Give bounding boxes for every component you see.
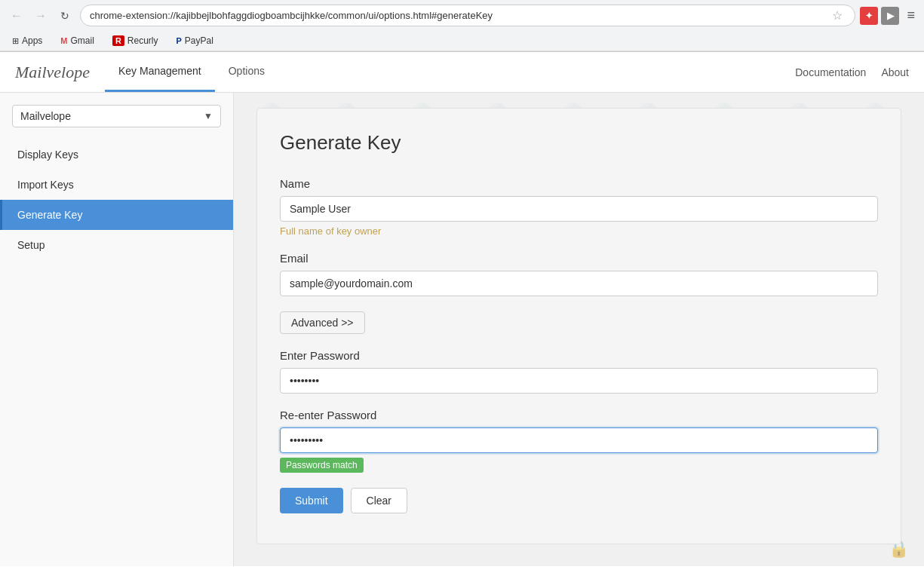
email-field-group: Email	[280, 252, 878, 296]
nav-documentation[interactable]: Documentation	[795, 66, 866, 78]
gmail-icon: M	[60, 36, 67, 45]
back-button[interactable]: ←	[6, 5, 27, 26]
name-label: Name	[280, 177, 878, 190]
nav-options[interactable]: Options	[215, 52, 278, 92]
extension-icons: ✦ ▶	[860, 7, 899, 25]
bookmarks-bar: ⊞ Apps M Gmail R Recurly P PayPal	[0, 31, 924, 51]
advanced-button[interactable]: Advanced >>	[280, 311, 365, 334]
browser-toolbar: ← → ↻ chrome-extension://kajibbejlbohfag…	[0, 0, 924, 31]
app-nav-right: Documentation About	[795, 66, 909, 78]
bookmark-paypal[interactable]: P PayPal	[172, 34, 218, 47]
recurly-icon: R	[112, 35, 124, 46]
clear-button[interactable]: Clear	[351, 488, 407, 513]
sidebar-dropdown-text: Mailvelope	[20, 110, 71, 122]
paypal-icon: P	[177, 36, 182, 45]
extension-icon-gray[interactable]: ▶	[881, 7, 899, 25]
bookmark-star-icon[interactable]: ☆	[829, 8, 846, 23]
generate-key-form: Generate Key Name Full name of key owner…	[256, 108, 901, 544]
app-logo: Mailvelope	[15, 63, 90, 82]
submit-button[interactable]: Submit	[280, 488, 343, 513]
reenter-password-label: Re-enter Password	[280, 409, 878, 421]
name-input[interactable]	[280, 196, 878, 222]
page-title: Generate Key	[280, 131, 878, 155]
forward-button[interactable]: →	[30, 5, 51, 26]
name-field-group: Name Full name of key owner	[280, 177, 878, 237]
sidebar: Mailvelope ▼ Display Keys Import Keys Ge…	[0, 93, 234, 566]
app-nav-links: Key Management Options	[105, 52, 278, 92]
sidebar-item-import-keys[interactable]: Import Keys	[0, 170, 233, 200]
app-nav: Mailvelope Key Management Options Docume…	[0, 52, 924, 93]
nav-about[interactable]: About	[881, 66, 909, 78]
email-label: Email	[280, 252, 878, 265]
password-label: Enter Password	[280, 349, 878, 362]
reload-button[interactable]: ↻	[54, 5, 75, 26]
form-actions: Submit Clear	[280, 488, 878, 513]
bookmark-apps-label: Apps	[22, 35, 42, 46]
bookmark-gmail[interactable]: M Gmail	[56, 34, 99, 47]
sidebar-dropdown[interactable]: Mailvelope ▼	[12, 105, 221, 127]
apps-icon: ⊞	[12, 36, 19, 46]
bookmark-paypal-label: PayPal	[185, 35, 213, 46]
nav-key-management[interactable]: Key Management	[105, 52, 215, 92]
name-hint: Full name of key owner	[280, 225, 878, 237]
main-layout: Mailvelope ▼ Display Keys Import Keys Ge…	[0, 93, 924, 566]
sidebar-item-display-keys[interactable]: Display Keys	[0, 139, 233, 170]
extension-icon-red[interactable]: ✦	[860, 7, 878, 25]
reenter-password-field-group: Re-enter Password Passwords match	[280, 409, 878, 473]
browser-chrome: ← → ↻ chrome-extension://kajibbejlbohfag…	[0, 0, 924, 52]
content-area: 🔒 🔒 🔒 🔒 🔒 🔒 🔒 🔒 🔒 🔒 🔒 🔒 🔒 🔒 🔒 🔒 🔒 🔒 🔒	[234, 93, 924, 566]
nav-buttons: ← → ↻	[6, 5, 75, 26]
bookmark-apps[interactable]: ⊞ Apps	[8, 34, 47, 47]
bookmark-recurly-label: Recurly	[127, 35, 158, 46]
reenter-password-input[interactable]	[280, 427, 878, 453]
passwords-match-badge: Passwords match	[280, 458, 364, 473]
address-bar[interactable]: chrome-extension://kajibbejlbohfaggdiogb…	[80, 5, 855, 26]
chevron-down-icon: ▼	[204, 111, 213, 121]
sidebar-item-generate-key[interactable]: Generate Key	[0, 200, 233, 230]
bookmark-recurly[interactable]: R Recurly	[108, 34, 163, 47]
sidebar-item-setup[interactable]: Setup	[0, 230, 233, 260]
email-input[interactable]	[280, 271, 878, 296]
url-text: chrome-extension://kajibbejlbohfaggdiogb…	[90, 10, 829, 21]
password-field-group: Enter Password	[280, 349, 878, 394]
bookmark-gmail-label: Gmail	[71, 35, 94, 46]
password-input[interactable]	[280, 368, 878, 394]
browser-menu-button[interactable]: ≡	[904, 8, 918, 23]
